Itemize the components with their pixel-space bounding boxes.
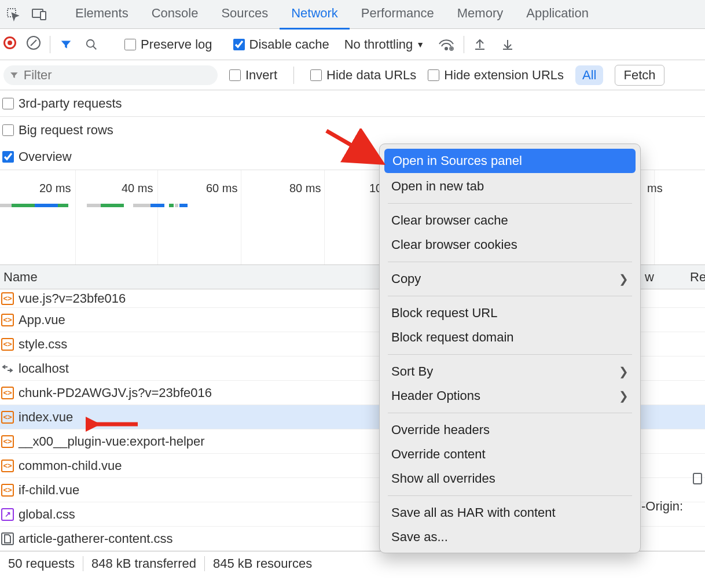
invert-label: Invert (245, 68, 277, 83)
big-rows-checkbox[interactable]: Big request rows (2, 123, 113, 138)
tab-elements[interactable]: Elements (64, 0, 140, 30)
filter-pill-all[interactable]: All (575, 65, 603, 85)
svg-line-4 (93, 46, 97, 49)
ctx-label: Override content (391, 447, 486, 462)
filter-bar: Invert Hide data URLs Hide extension URL… (0, 60, 705, 90)
filter-input[interactable] (24, 68, 208, 83)
col-preview[interactable]: w (641, 270, 658, 285)
preserve-log-checkbox[interactable]: Preserve log (124, 37, 212, 52)
clear-button[interactable] (27, 36, 41, 53)
ctx-clear-browser-cookies[interactable]: Clear browser cookies (380, 233, 640, 257)
ctx-save-as-[interactable]: Save as... (380, 525, 640, 549)
annotation-arrow-2 (86, 416, 144, 433)
ctx-open-in-new-tab[interactable]: Open in new tab (380, 174, 640, 199)
chevron-right-icon: ❯ (619, 365, 629, 378)
record-button[interactable] (3, 36, 16, 53)
filter-toggle-icon[interactable] (60, 38, 72, 51)
funnel-icon (9, 70, 19, 80)
ctx-header-options[interactable]: Header Options❯ (380, 384, 640, 408)
tick-60ms: 60 ms (206, 182, 237, 195)
ctx-block-request-url[interactable]: Block request URL (380, 301, 640, 325)
request-name: common-child.vue (19, 458, 122, 473)
tab-network[interactable]: Network (280, 0, 350, 30)
ctx-sort-by[interactable]: Sort By❯ (380, 359, 640, 384)
ctx-label: Clear browser cache (391, 213, 508, 228)
tab-sources[interactable]: Sources (210, 0, 280, 30)
code-file-icon: <> (1, 435, 14, 448)
search-icon[interactable] (85, 38, 98, 51)
col-rest[interactable]: Re (686, 270, 705, 285)
svg-line-8 (326, 131, 379, 161)
status-resources: 845 kB resources (205, 556, 320, 571)
code-file-icon: <> (1, 460, 14, 472)
ctx-label: Sort By (391, 364, 433, 379)
ctx-open-in-sources-panel[interactable]: Open in Sources panel (384, 149, 636, 173)
tab-performance[interactable]: Performance (350, 0, 446, 30)
throttling-dropdown[interactable]: No throttling ▼ (344, 37, 424, 52)
tick-40ms: 40 ms (122, 182, 153, 195)
ctx-override-headers[interactable]: Override headers (380, 418, 640, 442)
ctx-override-content[interactable]: Override content (380, 442, 640, 466)
filter-fetch-button[interactable]: Fetch (615, 65, 664, 86)
ctx-label: Open in Sources panel (392, 153, 522, 168)
request-name: chunk-PD2AWGJV.js?v=23bfe016 (19, 385, 212, 400)
code-file-icon: <> (1, 387, 14, 399)
hide-extension-urls-checkbox[interactable]: Hide extension URLs (428, 68, 564, 83)
status-bar: 50 requests 848 kB transferred 845 kB re… (0, 551, 705, 575)
status-requests: 50 requests (0, 556, 83, 571)
overview-checkbox[interactable]: Overview (2, 149, 72, 164)
header-origin-peek: -Origin: (641, 499, 683, 514)
code-file-icon: <> (1, 292, 14, 305)
request-name: localhost (19, 361, 69, 376)
ctx-label: Open in new tab (391, 179, 484, 194)
upload-har-icon[interactable] (473, 38, 486, 52)
annotation-arrow-1 (324, 128, 388, 169)
ctx-copy[interactable]: Copy❯ (380, 267, 640, 291)
invert-checkbox[interactable]: Invert (229, 68, 277, 83)
ctx-block-request-domain[interactable]: Block request domain (380, 325, 640, 350)
ctx-label: Override headers (391, 422, 490, 438)
request-name: article-gatherer-content.css (19, 531, 173, 546)
svg-point-5 (445, 47, 447, 50)
tab-console[interactable]: Console (140, 0, 210, 30)
request-name: vue.js?v=23bfe016 (19, 291, 126, 306)
svg-rect-7 (693, 473, 702, 484)
code-file-icon: <> (1, 411, 14, 424)
inspect-icon[interactable] (0, 8, 26, 21)
filter-input-box[interactable] (3, 65, 218, 85)
big-rows-label: Big request rows (19, 123, 113, 138)
tick-80ms: 80 ms (289, 182, 321, 195)
chevron-right-icon: ❯ (619, 389, 629, 403)
response-panel-peek-icon (692, 472, 703, 488)
ctx-label: Block request URL (391, 306, 497, 321)
status-transferred: 848 kB transferred (83, 556, 204, 571)
ctx-label: Save as... (391, 530, 448, 545)
tab-application[interactable]: Application (515, 0, 600, 30)
ctx-save-all-as-har-with-content[interactable]: Save all as HAR with content (380, 501, 640, 525)
throttling-label: No throttling (344, 37, 413, 52)
tab-memory[interactable]: Memory (446, 0, 515, 30)
third-party-checkbox[interactable]: 3rd-party requests (2, 96, 122, 111)
doc-file-icon (1, 532, 14, 545)
hide-ext-label: Hide extension URLs (444, 68, 564, 83)
ctx-clear-browser-cache[interactable]: Clear browser cache (380, 208, 640, 233)
hide-data-label: Hide data URLs (326, 68, 416, 83)
hide-data-urls-checkbox[interactable]: Hide data URLs (310, 68, 416, 83)
ctx-label: Block request domain (391, 330, 514, 345)
third-party-label: 3rd-party requests (19, 96, 122, 111)
chevron-right-icon: ❯ (619, 272, 629, 286)
ctx-label: Copy (391, 271, 421, 286)
devtools-tabs: ElementsConsoleSourcesNetworkPerformance… (0, 0, 705, 29)
ctx-label: Header Options (391, 388, 480, 403)
ctx-show-all-overrides[interactable]: Show all overrides (380, 466, 640, 491)
code-file-icon: <> (1, 338, 14, 351)
device-toggle-icon[interactable] (26, 9, 52, 20)
download-har-icon[interactable] (501, 38, 514, 52)
network-conditions-icon[interactable] (438, 38, 454, 51)
request-name: global.css (19, 507, 75, 522)
websocket-icon (1, 362, 14, 375)
code-file-icon: <> (1, 314, 14, 326)
disable-cache-checkbox[interactable]: Disable cache (233, 37, 329, 52)
request-name: if-child.vue (19, 483, 79, 498)
request-name: __x00__plugin-vue:export-helper (19, 434, 205, 449)
